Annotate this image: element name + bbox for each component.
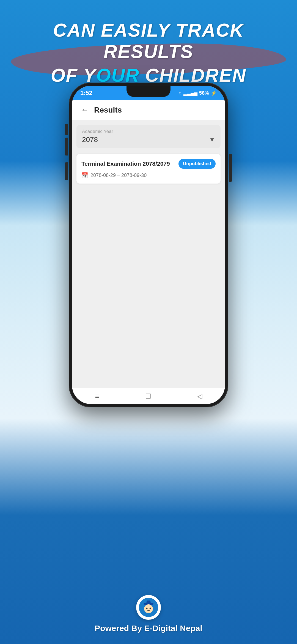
menu-icon: ≡ — [95, 392, 99, 400]
charging-icon: ⚡ — [211, 90, 217, 96]
phone-wrapper: 1:52 ○ ▂▃▄▅ 56% ⚡ ← Results — [69, 83, 228, 407]
calendar-icon: 📅 — [81, 172, 88, 179]
back-nav-button[interactable]: ◁ — [192, 390, 208, 403]
volume-down-button[interactable] — [65, 162, 68, 180]
back-arrow-icon: ← — [81, 106, 89, 114]
academic-year-label: Academic Year — [82, 129, 215, 134]
square-icon: ☐ — [145, 392, 151, 400]
status-bar: 1:52 ○ ▂▃▄▅ 56% ⚡ — [72, 86, 225, 100]
academic-year-value: 2078 — [82, 135, 98, 144]
exam-date-range: 2078-08-29 – 2078-09-30 — [90, 173, 147, 178]
mute-button[interactable] — [65, 124, 68, 135]
phone-screen: 1:52 ○ ▂▃▄▅ 56% ⚡ ← Results — [72, 86, 225, 404]
page-title: Results — [94, 106, 122, 114]
powered-section: Powered By E-Digital Nepal — [95, 595, 202, 633]
exam-title: Terminal Examination 2078/2079 — [81, 160, 175, 167]
status-time: 1:52 — [80, 89, 92, 97]
volume-up-button[interactable] — [65, 138, 68, 155]
headline-section: CAN EASILY TRACK RESULTS OF YOUR CHILDRE… — [0, 17, 297, 89]
exam-dates-row: 📅 2078-08-29 – 2078-09-30 — [81, 172, 216, 179]
screen-content: Academic Year 2078 ▼ Terminal Examinatio… — [72, 120, 225, 388]
home-nav-button[interactable]: ☐ — [140, 390, 157, 403]
dropdown-arrow-icon: ▼ — [209, 136, 215, 143]
status-right-icons: ○ ▂▃▄▅ 56% ⚡ — [179, 90, 217, 96]
menu-nav-button[interactable]: ≡ — [89, 389, 105, 403]
exam-card-header: Terminal Examination 2078/2079 Unpublish… — [81, 159, 216, 169]
wifi-icon: ○ — [179, 90, 182, 96]
back-nav-icon: ◁ — [197, 392, 202, 400]
exam-card[interactable]: Terminal Examination 2078/2079 Unpublish… — [76, 154, 221, 184]
unpublished-badge: Unpublished — [178, 159, 216, 169]
signal-icon: ▂▃▄▅ — [183, 90, 197, 96]
nav-bar: ≡ ☐ ◁ — [72, 388, 225, 404]
app-bar: ← Results — [72, 100, 225, 120]
svg-point-3 — [144, 604, 153, 613]
phone-frame: 1:52 ○ ▂▃▄▅ 56% ⚡ ← Results — [69, 83, 228, 407]
svg-rect-2 — [147, 601, 150, 604]
headline-line1: CAN EASILY TRACK RESULTS — [14, 19, 283, 62]
powered-avatar — [136, 595, 161, 620]
notch — [127, 86, 170, 97]
avatar-inner — [139, 598, 158, 617]
academic-year-dropdown[interactable]: Academic Year 2078 ▼ — [76, 125, 221, 148]
academic-year-row: 2078 ▼ — [82, 135, 215, 144]
battery-text: 56% — [199, 90, 209, 96]
back-button[interactable]: ← — [79, 104, 91, 116]
svg-point-4 — [146, 608, 147, 609]
powered-by-text: Powered By E-Digital Nepal — [95, 624, 202, 633]
power-button[interactable] — [229, 154, 232, 182]
svg-point-5 — [149, 608, 151, 609]
